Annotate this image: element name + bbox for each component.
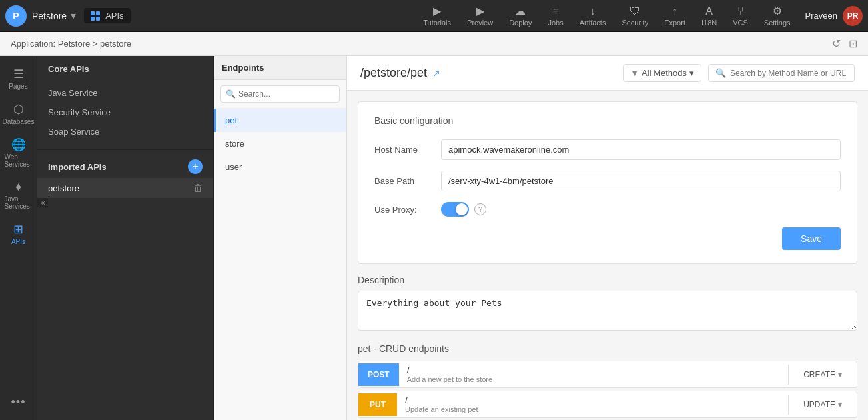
nav-deploy-label: Deploy (509, 19, 532, 27)
base-path-input[interactable] (441, 171, 841, 191)
imported-item-petstore[interactable]: petstore 🗑 (37, 178, 213, 198)
main-area: ☰ Pages ⬡ Databases 🌐 Web Services ♦ Jav… (0, 56, 868, 420)
endpoint-item-store[interactable]: store (214, 132, 346, 155)
filter-icon: ▼ (630, 68, 639, 78)
basic-config-card: Basic configuration Host Name Base Path … (358, 101, 857, 264)
core-item-soap-service[interactable]: Soap Service (37, 122, 213, 141)
app-logo: P (5, 5, 27, 27)
crud-put-info: / Update an existing pet (397, 391, 788, 417)
jobs-icon: ≡ (552, 5, 558, 17)
user-name: Praveen (805, 11, 837, 21)
description-textarea[interactable]: Everything about your Pets (358, 291, 857, 331)
crud-post-action: CREATE ▾ (788, 365, 857, 385)
create-button[interactable]: CREATE ▾ (797, 365, 849, 385)
pages-label: Pages (9, 83, 27, 90)
nav-export[interactable]: ↑ Export (657, 3, 692, 29)
fullscreen-icon[interactable]: ⊡ (849, 37, 857, 50)
crud-post-desc: Add a new pet to the store (407, 375, 781, 383)
collapse-panel-button[interactable]: « (37, 198, 48, 207)
app-name-area[interactable]: Petstore ▾ (32, 9, 76, 22)
endpoints-search-area: 🔍 (214, 80, 346, 109)
save-btn-row: Save (374, 227, 841, 250)
imported-item-name: petstore (48, 183, 79, 193)
search-icon: 🔍 (226, 89, 236, 99)
artifacts-icon: ↓ (590, 5, 596, 17)
crud-item-post: POST / Add a new pet to the store CREATE… (358, 361, 857, 388)
imported-apis-title: Imported APIs (48, 162, 107, 172)
main-content: /petstore/pet ↗ ▼ All Methods ▾ 🔍 Basic … (347, 56, 868, 420)
description-label: Description (358, 275, 857, 285)
databases-icon: ⬡ (13, 102, 24, 117)
use-proxy-row: Use Proxy: ? (374, 202, 841, 217)
nav-vcs[interactable]: ⑂ VCS (726, 3, 755, 29)
nav-tutorials[interactable]: ▶ Tutorials (416, 2, 458, 29)
method-filter-dropdown[interactable]: ▼ All Methods ▾ (623, 64, 701, 82)
sidebar-icons: ☰ Pages ⬡ Databases 🌐 Web Services ♦ Jav… (0, 56, 37, 420)
update-chevron-icon: ▾ (838, 400, 842, 409)
i18n-icon: A (705, 5, 713, 17)
nav-artifacts[interactable]: ↓ Artifacts (573, 3, 613, 29)
proxy-help-icon[interactable]: ? (474, 203, 486, 215)
collapse-icon: « (41, 198, 45, 207)
nav-preview[interactable]: ▶ Preview (460, 2, 500, 29)
web-services-icon: 🌐 (11, 137, 26, 152)
method-filter-chevron-icon: ▾ (689, 68, 694, 78)
core-item-java-service[interactable]: Java Service (37, 83, 213, 103)
sidebar-item-databases[interactable]: ⬡ Databases (2, 97, 35, 131)
add-imported-api-button[interactable]: + (188, 159, 203, 174)
endpoint-items-list: pet store user (214, 109, 346, 420)
nav-settings[interactable]: ⚙ Settings (757, 2, 797, 29)
app-name: Petstore (32, 11, 67, 21)
java-services-label: Java Services (5, 195, 33, 210)
search-url-input[interactable] (730, 69, 847, 78)
save-button[interactable]: Save (782, 227, 841, 250)
search-url-box: 🔍 (708, 64, 855, 82)
endpoints-panel: Endpoints 🔍 pet store user (214, 56, 347, 420)
user-area[interactable]: Praveen PR (805, 6, 863, 26)
core-apis-items: Java Service Security Service Soap Servi… (37, 83, 213, 147)
nav-i18n[interactable]: A I18N (695, 3, 723, 29)
host-name-input[interactable] (441, 139, 841, 160)
pages-icon: ☰ (13, 67, 24, 81)
use-proxy-toggle[interactable] (441, 202, 469, 217)
core-apis-title: Core APIs (48, 64, 89, 74)
refresh-icon[interactable]: ↺ (832, 37, 841, 50)
sidebar-item-pages[interactable]: ☰ Pages (2, 61, 35, 95)
topbar-nav: ▶ Tutorials ▶ Preview ☁ Deploy ≡ Jobs ↓ … (416, 2, 797, 29)
nav-settings-label: Settings (764, 19, 791, 27)
crud-title: pet - CRUD endpoints (358, 343, 857, 354)
sidebar-item-apis[interactable]: ⊞ APIs (2, 217, 35, 251)
endpoint-item-pet[interactable]: pet (214, 109, 346, 132)
tutorials-icon: ▶ (433, 5, 441, 17)
endpoint-item-user[interactable]: user (214, 155, 346, 179)
avatar: PR (843, 6, 863, 26)
nav-jobs[interactable]: ≡ Jobs (541, 3, 570, 29)
delete-imported-icon[interactable]: 🗑 (193, 183, 203, 193)
base-path-label: Base Path (374, 176, 441, 186)
breadcrumb-pill[interactable]: APIs (84, 8, 130, 23)
databases-label: Databases (3, 118, 35, 125)
put-method-badge: PUT (358, 393, 397, 416)
crud-put-desc: Update an existing pet (405, 405, 780, 413)
nav-vcs-label: VCS (733, 19, 748, 27)
topbar: P Petstore ▾ APIs ▶ Tutorials ▶ Preview … (0, 0, 868, 32)
crud-put-action: UPDATE ▾ (788, 395, 857, 415)
update-button[interactable]: UPDATE ▾ (797, 395, 849, 415)
core-item-security-service[interactable]: Security Service (37, 103, 213, 122)
grid-icon (91, 11, 100, 21)
endpoints-header: Endpoints (214, 56, 346, 80)
url-search-icon: 🔍 (715, 68, 726, 78)
nav-security[interactable]: 🛡 Security (615, 3, 655, 29)
base-path-field: Base Path (374, 171, 841, 191)
web-services-label: Web Services (5, 153, 33, 168)
nav-tutorials-label: Tutorials (423, 19, 451, 27)
apis-icon: ⊞ (13, 222, 23, 237)
nav-deploy[interactable]: ☁ Deploy (502, 2, 538, 29)
sidebar-item-java-services[interactable]: ♦ Java Services (2, 175, 35, 215)
endpoints-title: Endpoints (222, 63, 264, 73)
basic-config-title: Basic configuration (374, 115, 841, 126)
endpoints-search-input[interactable] (220, 85, 340, 103)
sidebar-item-web-services[interactable]: 🌐 Web Services (2, 132, 35, 173)
external-link-icon[interactable]: ↗ (432, 68, 440, 79)
sidebar-item-more[interactable]: ••• (2, 390, 35, 415)
